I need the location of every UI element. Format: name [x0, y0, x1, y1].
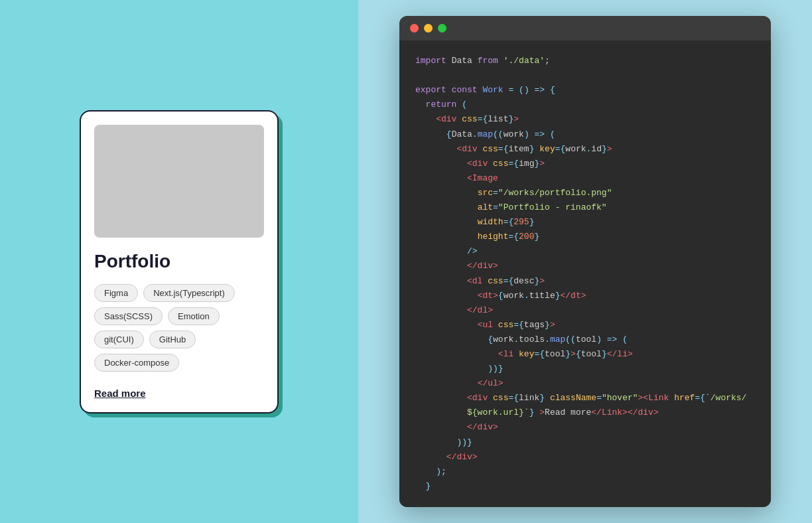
- code-line-5: <div css={list}>: [415, 112, 755, 127]
- tag-nextjs: Next.js(Typescript): [143, 284, 235, 302]
- close-dot[interactable]: [410, 24, 419, 33]
- maximize-dot[interactable]: [438, 24, 446, 33]
- code-line-14: />: [415, 244, 755, 259]
- portfolio-card: Portfolio Figma Next.js(Typescript) Sass…: [80, 110, 279, 413]
- code-line-10: src="/works/portfolio.png": [415, 186, 755, 200]
- code-line-15: </div>: [415, 259, 755, 273]
- code-line-30: }: [415, 479, 755, 494]
- card-image: [94, 125, 264, 238]
- code-line-29: );: [415, 465, 755, 479]
- code-line-20: {work.tools.map((tool) => (: [415, 333, 755, 347]
- tag-figma: Figma: [94, 284, 138, 302]
- read-more-button[interactable]: Read more: [94, 388, 146, 399]
- code-line-8: <div css={img}>: [415, 157, 755, 171]
- editor-titlebar: [399, 16, 771, 40]
- code-line-9: <Image: [415, 171, 755, 186]
- code-line-21: <li key={tool}>{tool}</li>: [415, 347, 755, 362]
- editor-body: import Data from './data'; export const …: [399, 40, 771, 507]
- code-line-23: </ul>: [415, 376, 755, 391]
- code-line-28: </div>: [415, 450, 755, 465]
- code-line-18: </dl>: [415, 303, 755, 318]
- minimize-dot[interactable]: [424, 24, 433, 33]
- code-line-27: ))}: [415, 435, 755, 450]
- code-line-22: ))}: [415, 362, 755, 376]
- code-line-2: [415, 68, 755, 83]
- code-line-3: export const Work = () => {: [415, 83, 755, 98]
- code-line-19: <ul css={tags}>: [415, 318, 755, 333]
- code-line-7: <div css={item} key={work.id}>: [415, 142, 755, 157]
- tag-sass: Sass(SCSS): [94, 307, 163, 325]
- code-line-12: width={295}: [415, 215, 755, 230]
- card-title: Portfolio: [94, 251, 264, 272]
- code-line-25: ${work.url}`} >Read more</Link></div>: [415, 406, 755, 420]
- tag-emotion: Emotion: [168, 307, 220, 325]
- code-line-1: import Data from './data';: [415, 54, 755, 68]
- code-line-6: {Data.map((work) => (: [415, 127, 755, 142]
- code-line-17: <dt>{work.title}</dt>: [415, 289, 755, 303]
- left-panel: Portfolio Figma Next.js(Typescript) Sass…: [0, 0, 358, 523]
- code-line-11: alt="Portfolio - rinaofk": [415, 200, 755, 215]
- right-panel: import Data from './data'; export const …: [358, 0, 812, 523]
- tags-container: Figma Next.js(Typescript) Sass(SCSS) Emo…: [94, 284, 264, 372]
- code-editor: import Data from './data'; export const …: [399, 16, 771, 507]
- code-line-26: </div>: [415, 420, 755, 435]
- code-line-4: return (: [415, 98, 755, 112]
- code-line-16: <dl css={desc}>: [415, 274, 755, 289]
- code-line-13: height={200}: [415, 230, 755, 244]
- tag-github: GitHub: [149, 331, 196, 348]
- code-line-24: <div css={link} className="hover"><Link …: [415, 391, 755, 406]
- tag-docker: Docker-compose: [94, 354, 179, 372]
- tag-git: git(CUI): [94, 331, 144, 348]
